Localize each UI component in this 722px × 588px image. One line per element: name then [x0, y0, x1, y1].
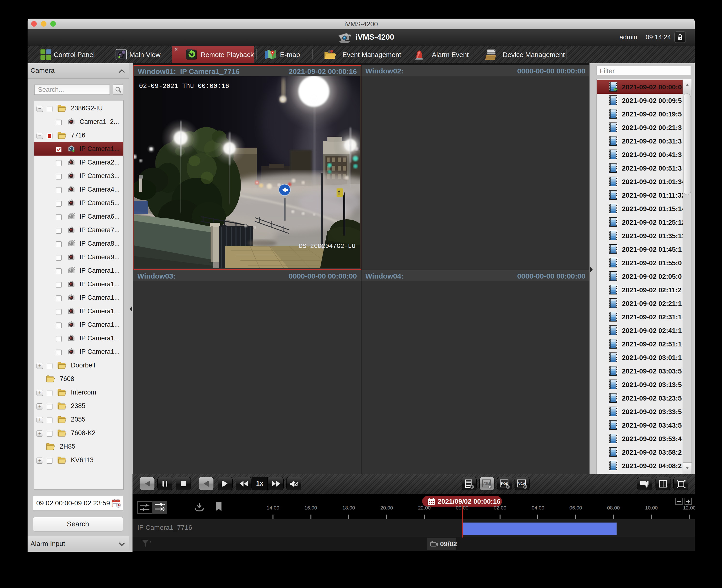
svg-text:02-09-2021 Thu 00:00:16: 02-09-2021 Thu 00:00:16: [139, 83, 229, 90]
svg-text:DS-2CD2047G2-LU: DS-2CD2047G2-LU: [299, 243, 356, 250]
svg-text:VCA: VCA: [518, 482, 525, 486]
svg-text:ATM: ATM: [483, 482, 490, 485]
